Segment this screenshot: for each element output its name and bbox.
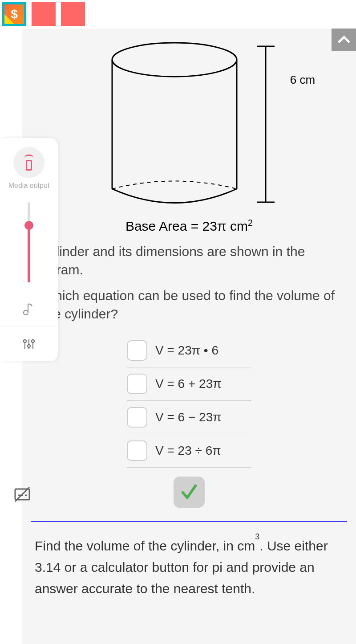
cylinder-diagram: 6 cm [76,40,347,209]
svg-point-0 [112,43,237,77]
option-label-4: V = 23 ÷ 6π [155,444,221,458]
checkbox-4[interactable] [127,440,147,461]
volume-slider[interactable] [28,202,30,282]
checkmark-icon [180,483,198,501]
slider-thumb[interactable] [24,221,33,230]
option-label-2: V = 6 + 23π [155,377,222,391]
dollar-symbol: $ [11,7,18,21]
chevron-up-icon [337,35,351,44]
equalizer-icon [22,337,36,351]
media-output-label: Media output [8,182,50,190]
red-button-1[interactable] [32,2,56,26]
svg-point-11 [28,345,30,347]
cylinder-shape-icon [108,40,241,209]
dollar-button[interactable]: $ [2,2,26,26]
captions-off-icon [13,485,31,503]
media-output-control[interactable]: Media output [0,138,58,193]
music-note-button[interactable] [0,291,58,326]
checkbox-3[interactable] [127,407,147,428]
options-list: V = 23π • 6 V = 6 + 23π V = 6 − 23π V = … [31,334,347,508]
option-row-1[interactable]: V = 23π • 6 [127,334,251,367]
section-divider [31,521,347,522]
option-row-3[interactable]: V = 6 − 23π [127,401,251,434]
option-label-1: V = 23π • 6 [155,343,218,358]
slider-fill [28,224,30,282]
collapse-button[interactable] [332,29,356,51]
followup-text: Find the volume of the cylinder, in cm3.… [31,535,347,599]
red-button-2[interactable] [61,2,85,26]
base-area-text: Base Area = 23π cm2 [31,218,347,234]
svg-point-6 [24,310,28,315]
svg-point-13 [32,340,34,342]
top-toolbar: $ [0,0,356,29]
captions-off-button[interactable] [13,485,31,505]
music-note-icon [22,302,36,315]
height-label: 6 cm [290,73,315,87]
checkbox-1[interactable] [127,340,147,361]
equalizer-button[interactable] [0,326,58,361]
main-content: 6 cm Base Area = 23π cm2 A cylinder and … [22,29,356,644]
media-side-panel: Media output [0,138,58,361]
media-device-icon [13,147,44,178]
height-bracket-icon [255,40,277,209]
problem-intro: A cylinder and its dimensions are shown … [31,243,347,279]
option-row-2[interactable]: V = 6 + 23π [127,367,251,401]
option-label-3: V = 6 − 23π [155,410,222,424]
svg-point-9 [24,340,26,342]
submit-button[interactable] [174,477,205,508]
option-row-4[interactable]: V = 23 ÷ 6π [127,434,251,468]
problem-question: Which equation can be used to find the v… [42,287,347,323]
checkbox-2[interactable] [127,374,147,394]
